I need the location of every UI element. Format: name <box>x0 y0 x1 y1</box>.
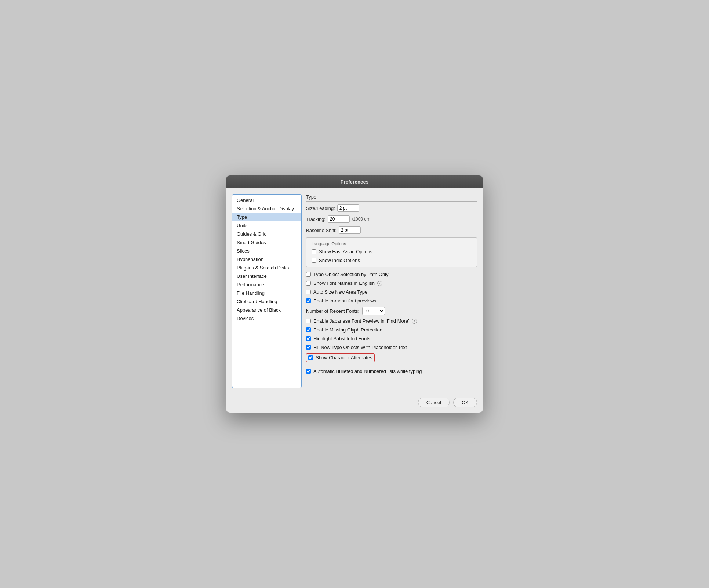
show-indic-row: Show Indic Options <box>312 258 472 263</box>
sidebar-item-type[interactable]: Type <box>232 213 301 221</box>
sidebar-item-file-handling[interactable]: File Handling <box>232 289 301 297</box>
fill-placeholder-checkbox[interactable] <box>306 345 311 350</box>
dialog-title: Preferences <box>341 179 369 185</box>
show-char-alt-label: Show Character Alternates <box>316 355 372 360</box>
auto-size-checkbox[interactable] <box>306 290 311 294</box>
dialog-footer: Cancel OK <box>226 394 483 413</box>
highlight-substituted-checkbox[interactable] <box>306 336 311 341</box>
sidebar: GeneralSelection & Anchor DisplayTypeUni… <box>232 194 302 388</box>
size-leading-label: Size/Leading: <box>306 206 335 211</box>
number-recent-fonts-label: Number of Recent Fonts: <box>306 308 359 314</box>
show-font-names-checkbox[interactable] <box>306 281 311 286</box>
show-east-asian-row: Show East Asian Options <box>312 249 472 254</box>
sidebar-item-guides-grid[interactable]: Guides & Grid <box>232 230 301 238</box>
tracking-input[interactable] <box>328 215 350 223</box>
show-east-asian-checkbox[interactable] <box>312 249 316 254</box>
content-area: Type Size/Leading: Tracking: /1000 em Ba… <box>306 194 477 388</box>
show-font-names-label: Show Font Names in English <box>313 280 375 286</box>
show-char-alt-wrapper: Show Character Alternates <box>306 353 477 365</box>
auto-size-row: Auto Size New Area Type <box>306 289 477 295</box>
highlight-substituted-label: Highlight Substituted Fonts <box>313 336 370 341</box>
baseline-shift-row: Baseline Shift: <box>306 226 477 234</box>
show-east-asian-label: Show East Asian Options <box>319 249 372 254</box>
show-indic-checkbox[interactable] <box>312 258 316 263</box>
enable-missing-glyph-label: Enable Missing Glyph Protection <box>313 327 382 333</box>
tracking-unit: /1000 em <box>352 217 370 222</box>
enable-missing-glyph-row: Enable Missing Glyph Protection <box>306 327 477 333</box>
sidebar-item-performance[interactable]: Performance <box>232 280 301 289</box>
baseline-shift-label: Baseline Shift: <box>306 228 337 233</box>
enable-menu-font-label: Enable in-menu font previews <box>313 298 376 304</box>
sidebar-item-appearance-of-black[interactable]: Appearance of Black <box>232 306 301 314</box>
show-font-names-info-icon[interactable]: i <box>377 281 382 286</box>
sidebar-item-clipboard-handling[interactable]: Clipboard Handling <box>232 297 301 306</box>
fill-placeholder-row: Fill New Type Objects With Placeholder T… <box>306 345 477 350</box>
section-title: Type <box>306 194 477 202</box>
enable-japanese-label: Enable Japanese Font Preview in 'Find Mo… <box>313 318 409 324</box>
show-indic-label: Show Indic Options <box>319 258 360 263</box>
sidebar-item-smart-guides[interactable]: Smart Guides <box>232 238 301 247</box>
sidebar-item-slices[interactable]: Slices <box>232 247 301 255</box>
title-bar: Preferences <box>226 175 483 188</box>
number-recent-fonts-row: Number of Recent Fonts: 0 5 10 15 20 <box>306 307 477 315</box>
enable-menu-font-row: Enable in-menu font previews <box>306 298 477 304</box>
baseline-shift-input[interactable] <box>339 226 361 234</box>
ok-button[interactable]: OK <box>453 398 477 407</box>
highlight-substituted-row: Highlight Substituted Fonts <box>306 336 477 341</box>
sidebar-item-devices[interactable]: Devices <box>232 314 301 323</box>
type-obj-sel-row: Type Object Selection by Path Only <box>306 272 477 277</box>
auto-bulleted-label: Automatic Bulleted and Numbered lists wh… <box>313 369 422 374</box>
show-font-names-row: Show Font Names in English i <box>306 280 477 286</box>
auto-bulleted-row: Automatic Bulleted and Numbered lists wh… <box>306 369 477 374</box>
language-options-box: Language Options Show East Asian Options… <box>306 237 477 267</box>
tracking-label: Tracking: <box>306 217 326 222</box>
cancel-button[interactable]: Cancel <box>418 398 450 407</box>
enable-japanese-row: Enable Japanese Font Preview in 'Find Mo… <box>306 318 477 324</box>
fill-placeholder-label: Fill New Type Objects With Placeholder T… <box>313 345 407 350</box>
enable-japanese-info-icon[interactable]: i <box>412 319 417 324</box>
type-obj-sel-checkbox[interactable] <box>306 272 311 277</box>
enable-menu-font-checkbox[interactable] <box>306 298 311 303</box>
size-leading-input[interactable] <box>337 204 359 212</box>
sidebar-item-hyphenation[interactable]: Hyphenation <box>232 255 301 264</box>
sidebar-item-plug-ins-scratch-disks[interactable]: Plug-ins & Scratch Disks <box>232 264 301 272</box>
preferences-dialog: Preferences GeneralSelection & Anchor Di… <box>226 175 483 413</box>
language-options-title: Language Options <box>312 242 472 246</box>
sidebar-item-selection-anchor-display[interactable]: Selection & Anchor Display <box>232 204 301 213</box>
auto-size-label: Auto Size New Area Type <box>313 289 367 295</box>
type-obj-sel-label: Type Object Selection by Path Only <box>313 272 389 277</box>
sidebar-item-user-interface[interactable]: User Interface <box>232 272 301 280</box>
tracking-row: Tracking: /1000 em <box>306 215 477 223</box>
show-char-alt-highlighted-row: Show Character Alternates <box>306 353 375 362</box>
auto-bulleted-checkbox[interactable] <box>306 369 311 374</box>
dialog-body: GeneralSelection & Anchor DisplayTypeUni… <box>226 188 483 394</box>
sidebar-item-general[interactable]: General <box>232 196 301 204</box>
enable-missing-glyph-checkbox[interactable] <box>306 327 311 332</box>
enable-japanese-checkbox[interactable] <box>306 319 311 323</box>
size-leading-row: Size/Leading: <box>306 204 477 212</box>
number-recent-fonts-select[interactable]: 0 5 10 15 20 <box>362 307 385 315</box>
sidebar-item-units[interactable]: Units <box>232 221 301 230</box>
show-char-alt-checkbox[interactable] <box>308 355 313 360</box>
